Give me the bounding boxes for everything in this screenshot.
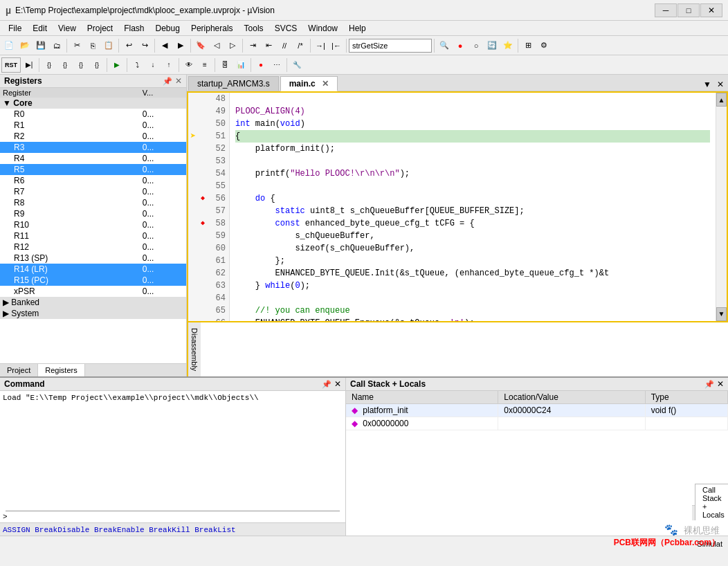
- bp-btn[interactable]: ●: [253, 57, 269, 73]
- copy-btn[interactable]: ⎘: [85, 38, 100, 53]
- cs-pin-icon[interactable]: 📌: [704, 380, 714, 389]
- rst-btn[interactable]: RST: [1, 57, 21, 73]
- settings-btn[interactable]: ⚙: [536, 38, 552, 53]
- run2-btn[interactable]: ▶: [109, 57, 125, 73]
- tab-registers[interactable]: Registers: [38, 364, 84, 376]
- step-out-btn[interactable]: ↑: [161, 57, 176, 73]
- search-btn[interactable]: 🔍: [437, 38, 452, 53]
- reg-row-r13[interactable]: R13 (SP) 0...: [0, 253, 186, 264]
- cut-btn[interactable]: ✂: [69, 38, 84, 53]
- uncomment-btn[interactable]: /*: [293, 38, 308, 53]
- bm-next-btn[interactable]: ▷: [225, 38, 240, 53]
- reg-row-r12[interactable]: R12 0...: [0, 241, 186, 253]
- editor-close-btn[interactable]: ✕: [714, 78, 727, 91]
- menu-debug[interactable]: Debug: [150, 22, 185, 35]
- cs-row-2[interactable]: ◆ 0x00000000: [346, 417, 728, 430]
- new-file-btn[interactable]: 📄: [1, 38, 17, 53]
- cs-row-platform-init[interactable]: ◆ platform_init 0x00000C24 void f(): [346, 404, 728, 417]
- reg-row-r9[interactable]: R9 0...: [0, 208, 186, 219]
- brace3-btn[interactable]: {}: [73, 57, 89, 73]
- save-btn[interactable]: 💾: [33, 38, 48, 53]
- reg-row-r0[interactable]: R0 0...: [0, 109, 186, 120]
- nav-fwd-btn[interactable]: ▶: [173, 38, 188, 53]
- code-lines[interactable]: PLOOC_ALIGN(4) int main(void) { platform…: [230, 93, 716, 321]
- bm-prev-btn[interactable]: ◁: [209, 38, 224, 53]
- menu-view[interactable]: View: [53, 22, 82, 35]
- nav-back-btn[interactable]: ◀: [157, 38, 172, 53]
- reg-group-system[interactable]: ▶ System: [0, 308, 186, 319]
- menu-project[interactable]: Project: [82, 22, 118, 35]
- save-all-btn[interactable]: 🗂: [49, 38, 64, 53]
- reg-row-r3[interactable]: R3 0...: [0, 142, 186, 153]
- scroll-up-btn[interactable]: ▲: [716, 93, 727, 107]
- mainc-tab-close[interactable]: ✕: [322, 79, 329, 89]
- maximize-button[interactable]: □: [677, 3, 700, 17]
- menu-tools[interactable]: Tools: [239, 22, 269, 35]
- close-button[interactable]: ✕: [700, 3, 722, 17]
- pin-icon[interactable]: 📌: [163, 77, 172, 86]
- star-btn[interactable]: ⭐: [500, 38, 516, 53]
- brace4-btn[interactable]: {}: [89, 57, 104, 73]
- more-btn[interactable]: ⋯: [269, 57, 284, 73]
- tab-project[interactable]: Project: [0, 364, 38, 376]
- disassembly-panel[interactable]: Disassembly: [187, 322, 201, 376]
- reg-row-r2[interactable]: R2 0...: [0, 131, 186, 142]
- reg-row-r11[interactable]: R11 0...: [0, 230, 186, 241]
- scroll-track[interactable]: [716, 107, 727, 307]
- undo-btn[interactable]: ↩: [121, 38, 136, 53]
- reg-row-r4[interactable]: R4 0...: [0, 153, 186, 164]
- step-btn[interactable]: ▶|: [21, 57, 37, 73]
- cmd-close-icon[interactable]: ✕: [334, 379, 341, 389]
- debug-btn[interactable]: ●: [453, 38, 468, 53]
- reg-row-r1[interactable]: R1 0...: [0, 120, 186, 131]
- indent-dec-btn[interactable]: |←: [329, 38, 344, 53]
- close-panel-icon[interactable]: ✕: [175, 76, 182, 86]
- reg-row-r6[interactable]: R6 0...: [0, 175, 186, 186]
- view-btn[interactable]: 👁: [181, 57, 197, 73]
- reg-row-r10[interactable]: R10 0...: [0, 219, 186, 230]
- brace1-btn[interactable]: {}: [42, 57, 57, 73]
- open-btn[interactable]: 📂: [17, 38, 33, 53]
- reg-row-xpsr[interactable]: xPSR 0...: [0, 286, 186, 297]
- step-into-btn[interactable]: ↓: [145, 57, 161, 73]
- indent-inc-btn[interactable]: →|: [313, 38, 328, 53]
- reg-row-r7[interactable]: R7 0...: [0, 186, 186, 197]
- reg-row-r5[interactable]: R5 0...: [0, 164, 186, 175]
- redo-btn[interactable]: ↪: [137, 38, 152, 53]
- brace2-btn[interactable]: {}: [57, 57, 73, 73]
- indent-btn[interactable]: ⇥: [245, 38, 260, 53]
- bookmark-btn[interactable]: 🔖: [193, 38, 208, 53]
- menu-flash[interactable]: Flash: [118, 22, 149, 35]
- comment-btn[interactable]: //: [277, 38, 292, 53]
- outdent-btn[interactable]: ⇤: [261, 38, 276, 53]
- minimize-button[interactable]: ─: [655, 3, 677, 17]
- grid-btn[interactable]: ⊞: [520, 38, 536, 53]
- paste-btn[interactable]: 📋: [101, 38, 116, 53]
- var-btn[interactable]: 📊: [233, 57, 248, 73]
- tab-startup[interactable]: startup_ARMCM3.s: [188, 76, 279, 91]
- mem-btn[interactable]: 🗄: [217, 57, 233, 73]
- stop-btn[interactable]: 🔄: [484, 38, 500, 53]
- reg-row-r15[interactable]: R15 (PC) 0...: [0, 275, 186, 286]
- disasm-btn[interactable]: ≡: [197, 57, 212, 73]
- reg-group-core[interactable]: ▼ Core: [0, 98, 186, 109]
- cmd-pin-icon[interactable]: 📌: [322, 380, 331, 389]
- menu-svcs[interactable]: SVCS: [269, 22, 303, 35]
- step-over-btn[interactable]: ⤵: [129, 57, 145, 73]
- command-body[interactable]: Load "E:\\Temp Project\\example\\project…: [0, 391, 345, 511]
- search-input[interactable]: [349, 39, 432, 53]
- menu-help[interactable]: Help: [343, 22, 372, 35]
- code-container[interactable]: 48 49 50 ➤ 51 52: [187, 91, 728, 322]
- tool2-btn[interactable]: 🔧: [289, 57, 304, 73]
- menu-peripherals[interactable]: Peripherals: [185, 22, 239, 35]
- tab-mainc[interactable]: main.c ✕: [280, 76, 338, 91]
- reg-row-r14[interactable]: R14 (LR) 0...: [0, 264, 186, 275]
- reg-group-banked[interactable]: ▶ Banked: [0, 297, 186, 308]
- tab-callstack[interactable]: Call Stack + Locals: [695, 484, 728, 520]
- editor-nav-btn[interactable]: ▼: [700, 78, 714, 91]
- cs-close-icon[interactable]: ✕: [717, 379, 724, 389]
- menu-file[interactable]: File: [3, 22, 27, 35]
- registers-scroll[interactable]: Register V... ▼ Core R0 0... R1 0...: [0, 88, 186, 363]
- scroll-down-btn[interactable]: ▼: [716, 307, 727, 321]
- editor-scrollbar[interactable]: ▲ ▼: [716, 93, 727, 321]
